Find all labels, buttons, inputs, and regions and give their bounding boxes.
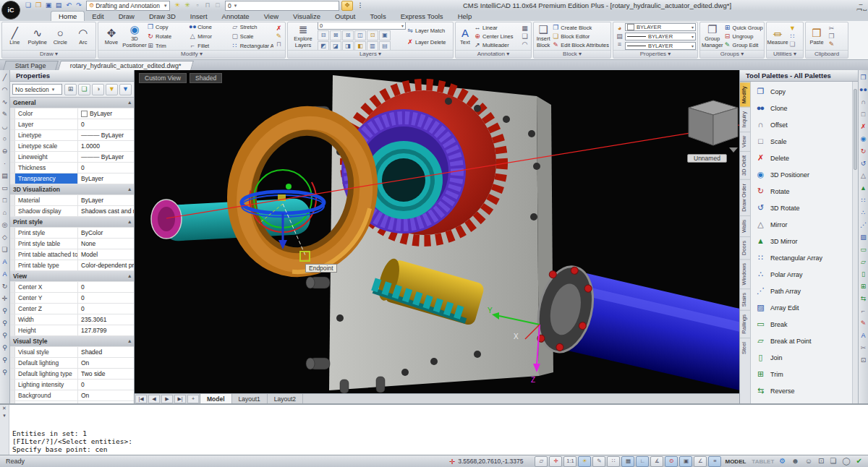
layer-lock-icon[interactable]: ◫ xyxy=(354,30,366,40)
new-icon[interactable]: ❏ xyxy=(23,1,33,10)
lineweight-icon[interactable]: ≡ xyxy=(708,456,721,467)
ribbon-tab[interactable]: Express Tools xyxy=(393,12,451,21)
palette-item-join[interactable]: ▯ Join xyxy=(754,349,852,366)
app-logo[interactable]: iC xyxy=(1,1,20,20)
layer-delete-button[interactable]: ✗Layer Delete xyxy=(407,38,451,47)
linetype-combo[interactable]: BYLAYER xyxy=(625,33,696,40)
annotate-tool-icon[interactable]: A xyxy=(861,330,865,342)
cascade-icon[interactable]: ❏ xyxy=(830,458,836,465)
rotate-button[interactable]: ↻Rotate xyxy=(147,32,189,41)
layer-off-icon[interactable]: ⊟ xyxy=(318,30,329,40)
annotation-panel-label[interactable]: Annotation ▾ xyxy=(456,50,531,58)
pen-icon[interactable]: ✎ xyxy=(276,33,282,40)
palette-item-break[interactable]: ▭ Break xyxy=(754,316,852,333)
document-tab[interactable]: Start Page xyxy=(3,61,58,70)
grid-icon[interactable]: ▦ xyxy=(621,456,634,467)
palette-scrollbar[interactable] xyxy=(852,82,858,403)
layer-isolate-icon[interactable]: ▣ xyxy=(379,30,391,40)
lock-icon[interactable]: ⊓ xyxy=(203,1,213,10)
point-tool-icon[interactable]: · xyxy=(4,158,6,170)
erase-icon[interactable]: ✗ xyxy=(276,25,282,32)
match-properties-icon[interactable]: ✎ xyxy=(829,41,835,48)
palette-item-polar-array[interactable]: ∴ Polar Array xyxy=(754,266,852,283)
polyline-button[interactable]: ∿Polyline xyxy=(27,23,49,49)
color-wheel-icon[interactable]: ◕ xyxy=(618,25,621,32)
layer-thaw-icon[interactable]: ⊞ xyxy=(342,30,354,40)
reverse-tool-icon[interactable]: ⇆ xyxy=(861,293,867,305)
3d-positioner-tool-icon[interactable]: ◉ xyxy=(861,133,867,145)
property-row[interactable]: Center X 0 xyxy=(10,282,134,293)
property-row[interactable]: Visual Style xyxy=(10,336,134,347)
spline-tool-icon[interactable]: ∿ xyxy=(2,96,8,108)
lineweight-icon[interactable]: ≡ xyxy=(618,41,621,48)
palette-tab[interactable]: Railings xyxy=(740,310,750,338)
path-array-tool-icon[interactable]: ⋰ xyxy=(860,219,867,231)
workspace-combo[interactable]: ⚙ Drafting and Annotation xyxy=(86,1,170,11)
property-row[interactable]: Print style table None xyxy=(10,239,134,249)
zoom-extents-tool-icon[interactable]: ⚲ xyxy=(2,342,7,354)
table-icon[interactable]: ▦ xyxy=(522,25,528,32)
property-row[interactable]: Center Z 0 xyxy=(10,304,134,314)
fillet-button[interactable]: ⌐Fillet xyxy=(189,41,231,51)
property-row[interactable]: Material ByLayer xyxy=(10,195,134,206)
cut-icon[interactable]: ✂ xyxy=(829,25,835,32)
linear-button[interactable]: ↔Linear xyxy=(474,23,519,32)
break-at-point-tool-icon[interactable]: ▱ xyxy=(861,256,866,268)
group-edit-button[interactable]: ✎Group Edit xyxy=(724,40,763,49)
monitor-icon[interactable]: ⊡ xyxy=(818,458,824,465)
ellipse-tool-icon[interactable]: ⊖ xyxy=(2,145,8,158)
ungroup-button[interactable]: ⊟Ungroup xyxy=(724,32,763,40)
scale-button[interactable]: ▢Scale xyxy=(231,32,273,41)
property-row[interactable]: Transparency ByLayer xyxy=(10,173,134,184)
property-row[interactable]: Height 127.8799 xyxy=(10,325,134,336)
property-row[interactable]: Lighting intensity 0 xyxy=(10,380,134,390)
property-row[interactable]: Background On xyxy=(10,390,134,401)
polar-array-tool-icon[interactable]: ∴ xyxy=(861,207,866,219)
circle-button[interactable]: ○Circle xyxy=(49,23,72,49)
clipboard-panel-label[interactable]: Clipboard xyxy=(806,50,848,58)
layer-vp-icon[interactable]: ◪ xyxy=(330,41,341,50)
lineweight-combo[interactable]: BYLAYER xyxy=(625,42,696,50)
palette-tab[interactable]: View xyxy=(740,132,750,151)
draw-panel-label[interactable]: Draw ▾ xyxy=(2,50,95,58)
filter-yellow-icon[interactable]: ▼ xyxy=(106,84,118,95)
palette-tab[interactable]: Doors xyxy=(740,236,750,259)
save-as-icon[interactable]: ▤ xyxy=(54,1,64,10)
open-icon[interactable]: ❒ xyxy=(33,1,43,10)
layout-nav-button[interactable]: ◀ xyxy=(148,395,160,403)
polygon-tool-icon[interactable]: ⌂ xyxy=(3,207,7,219)
palette-item-path-array[interactable]: ⋰ Path Array xyxy=(754,283,852,299)
palette-item-copy[interactable]: ❐ Copy xyxy=(754,83,852,100)
text-button[interactable]: A Text xyxy=(457,23,473,49)
palette-tab[interactable]: Inquiry xyxy=(740,107,750,132)
zoom-previous-tool-icon[interactable]: ⚲ xyxy=(2,354,7,367)
clone-button[interactable]: ●●Clone xyxy=(189,22,231,32)
property-row[interactable]: Width 235.3061 xyxy=(10,314,134,325)
shape-tool-icon[interactable]: ◇ xyxy=(2,231,7,244)
layer-properties-button[interactable]: ❖ xyxy=(341,1,353,11)
quick-select-icon[interactable]: ⊞ xyxy=(64,84,77,95)
viewport[interactable]: Y X Z Custom View Shaded Unnamed Endpoin… xyxy=(135,70,739,393)
property-row[interactable]: Linetype ——— ByLayer xyxy=(10,130,134,141)
palette-item-rectangular-array[interactable]: ∷ Rectangular Array xyxy=(754,249,852,266)
layer-combo[interactable]: 0 xyxy=(225,1,339,11)
palette-tab[interactable]: Walls xyxy=(740,215,750,236)
property-row[interactable]: Center Y 0 xyxy=(10,293,134,304)
palette-item-3d-mirror[interactable]: ▲ 3D Mirror xyxy=(754,233,852,249)
ucs-icon[interactable]: ▱ xyxy=(535,456,548,467)
layout-tab[interactable]: Layout2 xyxy=(268,394,303,403)
shaded-button[interactable]: Shaded xyxy=(190,73,222,83)
layer-freeze-icon[interactable]: ⊠ xyxy=(330,30,341,40)
arc-button[interactable]: ◠Arc xyxy=(72,23,95,49)
palette-item-scale[interactable]: □ Scale xyxy=(754,133,852,150)
auto-annotate-icon[interactable]: ✎ xyxy=(592,456,605,467)
custom-view-button[interactable]: Custom View xyxy=(139,73,187,83)
rotate-tool-icon[interactable]: ↻ xyxy=(861,145,867,158)
mtext-tool-icon[interactable]: A xyxy=(2,268,7,280)
angle-snap-icon[interactable]: ∠ xyxy=(694,456,707,467)
selection-combo[interactable]: No selection xyxy=(12,84,62,95)
edit-tool-icon[interactable]: ✎ xyxy=(861,317,867,330)
layout-nav-button[interactable]: ▶ xyxy=(161,395,173,403)
palette-item-reverse[interactable]: ⇆ Reverse xyxy=(754,382,852,399)
layout-tab[interactable]: Model xyxy=(200,394,232,403)
